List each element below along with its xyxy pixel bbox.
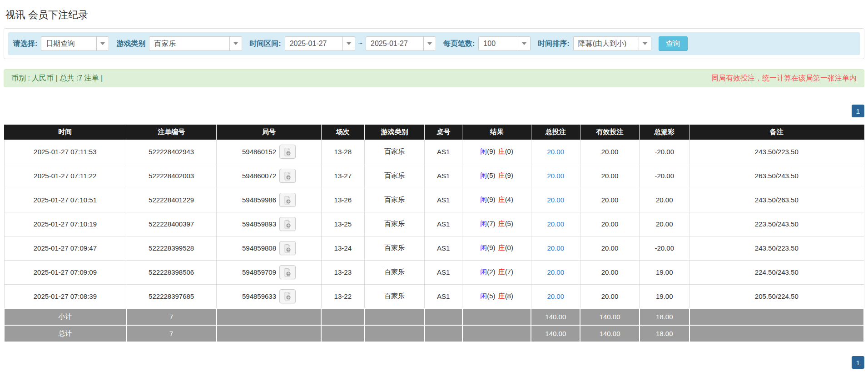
round-id-text: 594859633 (242, 292, 276, 300)
subtotal-label: 小计 (4, 308, 126, 325)
total-empty-cell (321, 325, 364, 342)
result-player-label: 闲 (480, 196, 487, 203)
query-type-select[interactable]: 日期查询 (41, 36, 109, 51)
table-row: 2025-01-27 07:10:51 522228401229 5948599… (4, 188, 864, 212)
cell-session: 13-28 (321, 140, 364, 164)
per-page-select[interactable]: 100 (478, 36, 531, 51)
result-banker-value: (9) (505, 171, 513, 179)
search-button[interactable]: 查询 (659, 36, 688, 51)
result-banker-label: 庄 (498, 147, 505, 155)
table-row: 2025-01-27 07:08:39 522228397685 5948596… (4, 284, 864, 308)
subtotal-total-bet: 140.00 (531, 308, 580, 325)
total-bet-link[interactable]: 20.00 (547, 268, 565, 276)
result-player-label: 闲 (480, 171, 487, 179)
video-replay-button[interactable] (279, 217, 296, 231)
round-id-text: 594859893 (242, 220, 276, 228)
cell-session: 13-27 (321, 164, 364, 188)
video-record-icon (283, 292, 292, 301)
cell-round-id: 594860152 (217, 140, 322, 164)
video-replay-button[interactable] (279, 265, 296, 279)
result-player-value: (5) (487, 292, 495, 300)
cell-time: 2025-01-27 07:08:39 (4, 284, 126, 308)
result-banker-value: (4) (505, 196, 513, 203)
video-replay-button[interactable] (279, 193, 296, 207)
cell-session: 13-22 (321, 284, 364, 308)
total-bet-link[interactable]: 20.00 (547, 292, 565, 300)
page-1-button[interactable]: 1 (852, 105, 864, 117)
result-banker-label: 庄 (498, 292, 505, 300)
page-1-button[interactable]: 1 (852, 356, 864, 369)
cell-session: 13-26 (321, 188, 364, 212)
cell-payout: -20.00 (640, 140, 689, 164)
game-type-value: 百家乐 (149, 37, 229, 50)
query-type-value: 日期查询 (41, 37, 96, 50)
cell-payout: -20.00 (640, 164, 689, 188)
cell-round-id: 594859986 (217, 188, 322, 212)
cell-remark: 263.50/243.50 (689, 164, 864, 188)
video-replay-button[interactable] (279, 289, 296, 303)
result-player-label: 闲 (480, 220, 487, 227)
col-header-round-id: 局号 (217, 125, 322, 140)
cell-time: 2025-01-27 07:11:53 (4, 140, 126, 164)
table-row: 2025-01-27 07:11:53 522228402943 5948601… (4, 140, 864, 164)
cell-game-type: 百家乐 (364, 212, 425, 236)
cell-valid-bet: 20.00 (580, 284, 640, 308)
total-bet-link[interactable]: 20.00 (547, 244, 565, 252)
table-row: 2025-01-27 07:09:09 522228398506 5948597… (4, 260, 864, 284)
chevron-down-icon[interactable] (96, 37, 109, 50)
cell-table-no: AS1 (425, 212, 462, 236)
chevron-down-icon[interactable] (639, 37, 651, 50)
total-bet-link[interactable]: 20.00 (547, 220, 565, 228)
cell-bet-id: 522228397685 (126, 284, 217, 308)
cell-round-id: 594859808 (217, 236, 322, 260)
total-total-bet: 140.00 (531, 325, 580, 342)
video-replay-button[interactable] (279, 241, 296, 255)
game-type-select[interactable]: 百家乐 (149, 36, 242, 51)
total-bet-link[interactable]: 20.00 (547, 172, 565, 180)
cell-game-type: 百家乐 (364, 284, 425, 308)
cell-remark: 223.50/243.50 (689, 212, 864, 236)
cell-result: 闲(2)庄(7) (462, 260, 531, 284)
total-bet-link[interactable]: 20.00 (547, 196, 565, 204)
cell-payout: 19.00 (640, 284, 689, 308)
cell-total-bet: 20.00 (531, 188, 580, 212)
video-replay-button[interactable] (279, 169, 296, 183)
chevron-down-icon[interactable] (518, 37, 530, 50)
result-player-label: 闲 (480, 268, 487, 276)
result-banker-label: 庄 (498, 244, 505, 251)
cell-bet-id: 522228401229 (126, 188, 217, 212)
cell-time: 2025-01-27 07:10:19 (4, 212, 126, 236)
result-banker-value: (5) (505, 220, 513, 227)
cell-bet-id: 522228402003 (126, 164, 217, 188)
sort-order-select[interactable]: 降冪(由大到小) (573, 36, 651, 51)
round-id-text: 594860152 (242, 148, 276, 156)
result-player-label: 闲 (480, 147, 487, 155)
chevron-down-icon[interactable] (342, 37, 355, 50)
page-title: 视讯 会员下注纪录 (5, 8, 868, 22)
chevron-down-icon[interactable] (423, 37, 436, 50)
cell-total-bet: 20.00 (531, 260, 580, 284)
cell-total-bet: 20.00 (531, 140, 580, 164)
cell-time: 2025-01-27 07:10:51 (4, 188, 126, 212)
cell-table-no: AS1 (425, 284, 462, 308)
chevron-down-icon[interactable] (229, 37, 242, 50)
video-replay-button[interactable] (279, 145, 296, 159)
date-to-select[interactable]: 2025-01-27 (366, 36, 436, 51)
total-bet-link[interactable]: 20.00 (547, 148, 565, 156)
game-type-label: 游戏类别 (116, 39, 145, 49)
cell-table-no: AS1 (425, 188, 462, 212)
round-id-text: 594859808 (242, 244, 276, 252)
subtotal-empty-cell (364, 308, 425, 325)
total-payout: 18.00 (640, 325, 689, 342)
cell-remark: 224.50/243.50 (689, 260, 864, 284)
total-empty-cell (462, 325, 531, 342)
cell-payout: 20.00 (640, 212, 689, 236)
result-banker-value: (0) (505, 244, 513, 251)
col-header-total-bet: 总投注 (531, 125, 580, 140)
subtotal-empty-cell (425, 308, 462, 325)
date-from-select[interactable]: 2025-01-27 (285, 36, 355, 51)
cell-time: 2025-01-27 07:09:47 (4, 236, 126, 260)
col-header-remark: 备注 (689, 125, 864, 140)
total-empty-cell (689, 325, 864, 342)
cell-table-no: AS1 (425, 140, 462, 164)
